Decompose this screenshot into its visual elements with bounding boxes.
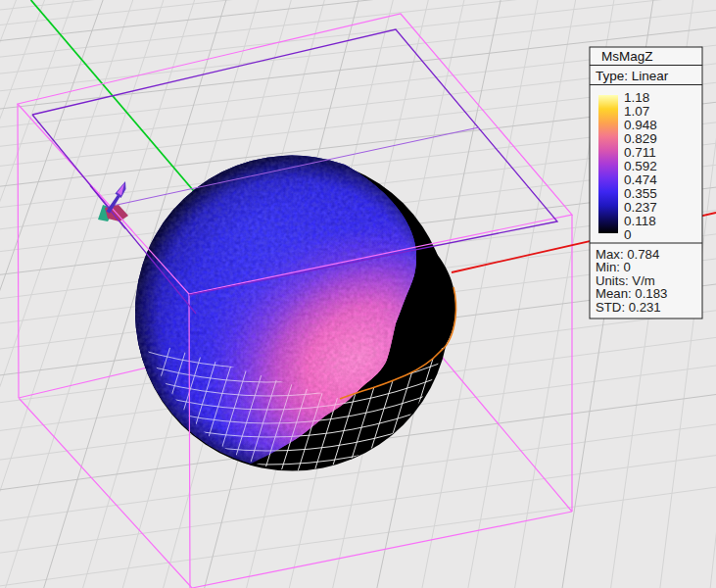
- svg-text:Type: Linear: Type: Linear: [596, 69, 669, 83]
- svg-text:MsMagZ: MsMagZ: [601, 49, 653, 64]
- svg-text:0.118: 0.118: [624, 214, 656, 228]
- svg-text:1.18: 1.18: [624, 90, 649, 105]
- svg-text:0.711: 0.711: [624, 145, 656, 160]
- svg-text:0.474: 0.474: [624, 172, 657, 187]
- svg-text:0.237: 0.237: [624, 200, 657, 215]
- svg-text:0.355: 0.355: [624, 186, 657, 201]
- svg-text:0.829: 0.829: [624, 131, 657, 146]
- svg-text:0: 0: [624, 227, 632, 242]
- svg-text:0.592: 0.592: [624, 159, 657, 173]
- svg-text:1.07: 1.07: [624, 104, 649, 119]
- svg-text:STD: 0.231: STD: 0.231: [596, 300, 661, 315]
- svg-text:0.948: 0.948: [624, 118, 657, 132]
